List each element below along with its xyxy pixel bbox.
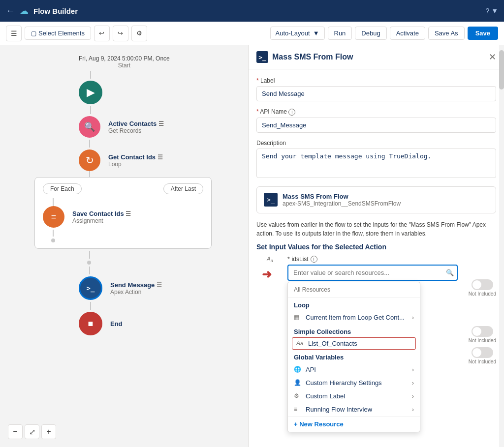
close-panel-icon[interactable]: ✕ [489, 52, 496, 62]
stop-icon: ■ [88, 319, 94, 329]
app-logo-icon: ☁ [20, 5, 29, 16]
custom-label-icon: ⚙ [294, 392, 302, 399]
main-area: Fri, Aug 9, 2024 5:00:00 PM, Once Start … [0, 45, 504, 447]
ids-list-type-badge: Aa [267, 256, 273, 263]
custom-hierarchy-label: Custom Hierarchy Settings [306, 379, 382, 387]
loop-box: For Each After Last = Save Contact Ids ☰… [34, 177, 212, 249]
save-button[interactable]: Save [468, 27, 498, 40]
sidebar-toggle-button[interactable]: ☰ [6, 26, 22, 41]
toggle-1: Not Included [469, 279, 496, 297]
back-icon[interactable]: ← [6, 6, 15, 16]
zoom-in-button[interactable]: + [41, 424, 56, 439]
new-resource-option[interactable]: + New Resource [288, 416, 420, 432]
get-contact-ids-node[interactable]: ↻ Get Contact Ids ☰ Loop [79, 149, 163, 171]
auto-layout-chevron-icon: ▼ [313, 30, 319, 37]
after-last-label: After Last [163, 183, 203, 194]
toggle-3-track[interactable] [472, 347, 493, 358]
api-name-input[interactable] [256, 118, 496, 133]
undo-button[interactable]: ↩ [94, 26, 110, 41]
panel-scrollbar [499, 45, 504, 447]
for-each-label: For Each [43, 183, 82, 194]
apex-action-box-icon: >_ [264, 193, 278, 207]
help-icon[interactable]: ? ▼ [485, 7, 498, 15]
play-icon: ▶ [87, 86, 95, 99]
save-contact-ids-node[interactable]: = [43, 206, 64, 228]
api-icon: 🌐 [294, 366, 302, 373]
assignment-icon: = [51, 212, 57, 222]
description-field: Description Send your template message u… [256, 140, 496, 179]
toggle-3-thumb [472, 348, 481, 357]
custom-label-chevron-icon: › [412, 392, 414, 400]
flow-container: Fri, Aug 9, 2024 5:00:00 PM, Once Start … [15, 55, 241, 335]
toggle-1-track[interactable] [472, 279, 493, 290]
current-item-option[interactable]: ▦ Current Item from Loop Get Cont... › [288, 311, 420, 324]
toggle-2-thumb [472, 327, 481, 336]
toggle-2-track[interactable] [472, 326, 493, 337]
toggle-1-label: Not Included [469, 291, 496, 297]
toggle-3-label: Not Included [469, 359, 496, 364]
apex-action-icon: >_ [87, 284, 95, 292]
select-elements-button[interactable]: ▢ Select Elements [25, 27, 91, 40]
panel-title-icon: >_ [256, 51, 268, 63]
ids-list-label: * idsList i [287, 256, 458, 263]
toolbar-right: Auto-Layout ▼ Run Debug Activate Save As… [270, 27, 498, 40]
api-option[interactable]: 🌐 API › [288, 363, 420, 376]
description-label: Description [256, 140, 496, 147]
running-flow-icon: ≡ [294, 406, 302, 413]
api-chevron-icon: › [412, 366, 414, 373]
activate-button[interactable]: Activate [390, 27, 425, 40]
list-of-contacts-icon: Aa [296, 340, 304, 347]
settings-button[interactable]: ⚙ [131, 26, 147, 41]
toggle-1-thumb [472, 280, 481, 289]
run-button[interactable]: Run [328, 27, 352, 40]
search-resources-input[interactable] [287, 265, 458, 281]
custom-hierarchy-icon: 👤 [294, 379, 302, 386]
debug-button[interactable]: Debug [355, 27, 386, 40]
label-field-label: * Label [256, 77, 496, 84]
custom-label-option[interactable]: ⚙ Custom Label › [288, 389, 420, 403]
running-flow-option[interactable]: ≡ Running Flow Interview › [288, 403, 420, 416]
select-elements-icon: ▢ [31, 30, 36, 37]
nav-right: ? ▼ [485, 7, 498, 15]
description-textarea[interactable]: Send your template message using TrueDia… [256, 149, 496, 178]
end-node[interactable]: ■ End [79, 312, 241, 335]
zoom-out-button[interactable]: − [8, 424, 23, 439]
toggle-2-label: Not Included [469, 338, 496, 343]
panel-scrollbar-thumb[interactable] [499, 50, 504, 89]
apex-action-class: apex-SMS_Integration__SendSMSFromFlow [283, 200, 401, 207]
global-variables-section-title: Global Variables [288, 350, 420, 363]
flow-canvas[interactable]: Fri, Aug 9, 2024 5:00:00 PM, Once Start … [0, 45, 248, 447]
start-date-label: Fri, Aug 9, 2024 5:00:00 PM, Once [79, 55, 170, 62]
apex-action-name: Mass SMS From Flow [283, 193, 401, 200]
dropdown-header: All Resources [288, 282, 420, 298]
api-name-info-icon[interactable]: i [288, 109, 295, 116]
fit-screen-button[interactable]: ⤢ [25, 424, 39, 439]
panel-title: >_ Mass SMS From Flow [256, 51, 353, 63]
get-records-icon: 🔍 [84, 121, 95, 132]
search-icon[interactable]: 🔍 [446, 269, 454, 276]
search-input-wrapper: 🔍 All Resources Loop ▦ Current Item from… [287, 265, 458, 281]
label-field: * Label [256, 77, 496, 101]
start-type-label: Start [79, 62, 170, 69]
red-arrow: ➜ [262, 268, 272, 281]
panel-body: * Label * API Name i Description Send yo… [249, 69, 504, 447]
active-contacts-node[interactable]: 🔍 Active Contacts ☰ Get Records [79, 116, 164, 138]
app-title: Flow Builder [33, 7, 78, 15]
info-text: Use values from earlier in the flow to s… [256, 220, 496, 238]
ids-list-info-icon[interactable]: i [311, 256, 317, 263]
redo-button[interactable]: ↪ [113, 26, 128, 41]
start-node[interactable]: ▶ [79, 81, 102, 104]
list-of-contacts-option[interactable]: Aa List_Of_Contacts [292, 337, 416, 350]
label-input[interactable] [256, 86, 496, 101]
send-message-node[interactable]: >_ Send Message ☰ Apex Action [79, 276, 241, 300]
section-title: Set Input Values for the Selected Action [256, 243, 496, 251]
simple-collections-section-title: Simple Collections [288, 324, 420, 337]
save-as-button[interactable]: Save As [428, 27, 465, 40]
auto-layout-button[interactable]: Auto-Layout ▼ [270, 27, 325, 40]
api-name-label: * API Name i [256, 108, 496, 116]
custom-hierarchy-option[interactable]: 👤 Custom Hierarchy Settings › [288, 376, 420, 389]
api-name-field: * API Name i [256, 108, 496, 133]
nav-left: ← ☁ Flow Builder [6, 5, 78, 16]
chevron-right-icon: › [412, 314, 414, 321]
canvas-controls: − ⤢ + [8, 424, 56, 439]
